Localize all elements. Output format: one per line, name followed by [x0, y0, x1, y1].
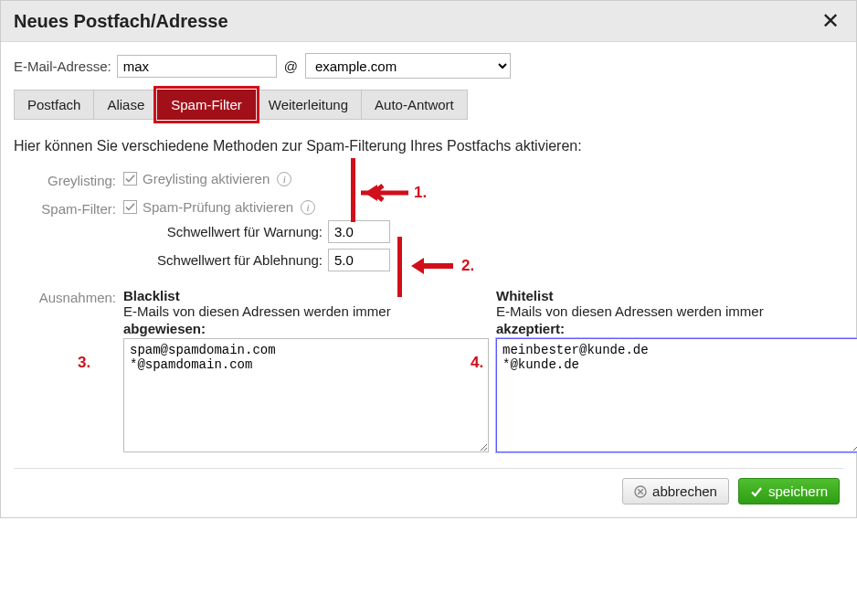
spamfilter-label: Spam-Filter: [14, 199, 116, 217]
cancel-button[interactable]: abbrechen [622, 478, 729, 504]
threshold-warn-row: Schwellwert für Warnung: [123, 220, 857, 243]
annotation-3: 3. [78, 354, 90, 372]
whitelist-sub2: akzeptiert: [496, 321, 565, 336]
footer: abbrechen speichern [14, 478, 843, 504]
blacklist-sub2: abgewiesen: [123, 321, 206, 336]
tab-aliase[interactable]: Aliase [93, 90, 158, 120]
check-icon [750, 485, 763, 498]
greylisting-label: Greylisting: [14, 171, 116, 188]
email-row: E-Mail-Adresse: @ example.com [14, 53, 843, 79]
greylisting-row: Greylisting aktivieren i [123, 171, 857, 186]
checkmark-icon [125, 174, 135, 184]
tab-spam-filter[interactable]: Spam-Filter [157, 90, 256, 120]
titlebar: Neues Postfach/Adresse ✕ [1, 1, 856, 42]
close-icon: ✕ [821, 8, 840, 33]
tab-auto-antwort[interactable]: Auto-Antwort [361, 90, 468, 120]
tab-weiterleitung[interactable]: Weiterleitung [255, 90, 362, 120]
at-sign: @ [284, 58, 298, 74]
whitelist-textarea[interactable] [496, 338, 857, 452]
cancel-label: abbrechen [652, 483, 717, 499]
threshold-warn-input[interactable] [328, 220, 390, 243]
spamfilter-checkbox[interactable] [123, 200, 137, 214]
description-text: Hier können Sie verschiedene Methoden zu… [14, 138, 843, 154]
email-label: E-Mail-Adresse: [14, 58, 111, 74]
close-button[interactable]: ✕ [818, 10, 843, 32]
email-localpart-input[interactable] [117, 55, 277, 78]
tab-postfach[interactable]: Postfach [14, 90, 94, 120]
blacklist-title: Blacklist [123, 288, 489, 303]
email-domain-select[interactable]: example.com [305, 53, 511, 79]
tabs: Postfach Aliase Spam-Filter Weiterleitun… [14, 90, 843, 120]
whitelist-col: Whitelist E-Mails von diesen Adressen we… [496, 288, 857, 455]
whitelist-sub1: E-Mails von diesen Adressen werden immer [496, 303, 857, 319]
exceptions-label: Ausnahmen: [14, 288, 116, 305]
dialog-content: E-Mail-Adresse: @ example.com Postfach A… [1, 42, 856, 517]
spamfilter-row: Spam-Prüfung aktivieren i [123, 199, 857, 215]
separator [14, 468, 843, 469]
dialog: Neues Postfach/Adresse ✕ E-Mail-Adresse:… [0, 0, 857, 518]
info-icon[interactable]: i [277, 172, 291, 186]
threshold-reject-row: Schwellwert für Ablehnung: [123, 249, 857, 271]
checkmark-icon [125, 202, 135, 212]
threshold-reject-label: Schwellwert für Ablehnung: [123, 252, 323, 268]
spamfilter-checkbox-label: Spam-Prüfung aktivieren [143, 199, 293, 215]
save-button[interactable]: speichern [738, 478, 840, 504]
cancel-icon [634, 485, 647, 498]
blacklist-textarea[interactable] [123, 338, 489, 452]
threshold-warn-label: Schwellwert für Warnung: [123, 224, 323, 239]
blacklist-sub1: E-Mails von diesen Adressen werden immer [123, 303, 489, 319]
dialog-title: Neues Postfach/Adresse [14, 11, 228, 32]
greylisting-checkbox[interactable] [123, 172, 137, 186]
greylisting-checkbox-label: Greylisting aktivieren [143, 171, 270, 186]
save-label: speichern [768, 483, 828, 499]
exceptions-row: Blacklist E-Mails von diesen Adressen we… [123, 288, 857, 455]
threshold-reject-input[interactable] [328, 249, 390, 271]
blacklist-col: Blacklist E-Mails von diesen Adressen we… [123, 288, 489, 455]
form-grid: Greylisting: Greylisting aktivieren i Sp… [14, 171, 843, 455]
info-icon[interactable]: i [301, 200, 315, 215]
whitelist-title: Whitelist [496, 288, 857, 303]
